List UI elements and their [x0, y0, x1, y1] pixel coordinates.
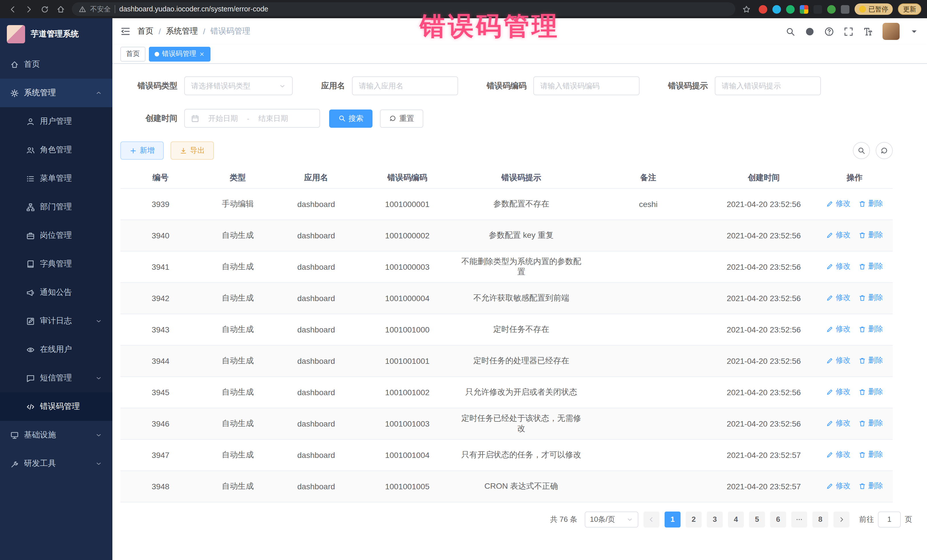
- cell-actions: 修改删除: [816, 282, 893, 314]
- edit-link[interactable]: 修改: [826, 324, 851, 334]
- cell-created: 2021-04-20 23:52:56: [711, 314, 816, 345]
- bookmark-star-button[interactable]: [740, 2, 753, 16]
- extension-icon[interactable]: [758, 5, 767, 14]
- fullscreen-button[interactable]: [844, 27, 853, 36]
- sidebar-item-7[interactable]: 字典管理: [0, 250, 112, 278]
- edit-link[interactable]: 修改: [826, 481, 851, 491]
- cell-app: dashboard: [275, 470, 358, 502]
- search-button[interactable]: 搜索: [329, 109, 372, 127]
- sidebar-item-label: 短信管理: [40, 373, 90, 383]
- refresh-table-button[interactable]: [876, 142, 893, 159]
- sidebar-item-14[interactable]: 研发工具: [0, 449, 112, 478]
- goto-page-input[interactable]: [878, 511, 901, 527]
- edit-link[interactable]: 修改: [826, 293, 851, 303]
- sidebar-item-0[interactable]: 首页: [0, 50, 112, 79]
- forward-button[interactable]: [22, 2, 35, 16]
- question-button[interactable]: [824, 27, 834, 36]
- filter-label: 创建时间: [120, 113, 178, 123]
- delete-link[interactable]: 删除: [859, 230, 883, 240]
- page-button-1[interactable]: 1: [664, 511, 681, 527]
- edit-link[interactable]: 修改: [826, 199, 851, 209]
- puzzle-extensions-icon[interactable]: [840, 5, 849, 14]
- trash-icon: [859, 420, 866, 427]
- user-avatar[interactable]: [883, 23, 900, 40]
- sidebar-item-6[interactable]: 岗位管理: [0, 221, 112, 250]
- cell-message: 只允许修改为开启或者关闭状态: [457, 376, 585, 408]
- breadcrumb-item[interactable]: 首页: [137, 26, 153, 36]
- delete-link[interactable]: 删除: [859, 261, 883, 272]
- paused-badge[interactable]: 已暂停: [854, 3, 893, 15]
- edit-link[interactable]: 修改: [826, 450, 851, 460]
- extension-icon[interactable]: [786, 5, 794, 14]
- delete-link[interactable]: 删除: [859, 199, 883, 209]
- home-button[interactable]: [54, 2, 67, 16]
- next-page-button[interactable]: [833, 511, 849, 527]
- sidebar-item-10[interactable]: 在线用户: [0, 335, 112, 364]
- update-button[interactable]: 更新: [898, 3, 921, 15]
- filter-input[interactable]: [352, 76, 458, 95]
- page-button-3[interactable]: 3: [707, 511, 723, 527]
- cell-type: 自动生成: [201, 439, 275, 470]
- sidebar-item-1[interactable]: 系统管理: [0, 79, 112, 107]
- edit-link[interactable]: 修改: [826, 387, 851, 397]
- delete-link[interactable]: 删除: [859, 387, 883, 397]
- breadcrumb-item[interactable]: 系统管理: [166, 26, 198, 36]
- delete-link[interactable]: 删除: [859, 481, 883, 491]
- sidebar-item-9[interactable]: 审计日志: [0, 307, 112, 335]
- page-button-4[interactable]: 4: [728, 511, 744, 527]
- back-button[interactable]: [6, 2, 20, 16]
- search-button[interactable]: [786, 27, 795, 36]
- delete-link[interactable]: 删除: [859, 293, 883, 303]
- sidebar-item-8[interactable]: 通知公告: [0, 278, 112, 307]
- page-button-6[interactable]: 6: [770, 511, 786, 527]
- github-button[interactable]: [805, 27, 815, 36]
- filter-input-field[interactable]: [722, 82, 814, 90]
- extension-icon[interactable]: [813, 5, 822, 14]
- date-start-field[interactable]: [202, 114, 243, 123]
- sidebar-item-12[interactable]: 错误码管理: [0, 392, 112, 421]
- more-pages-button[interactable]: [791, 511, 807, 527]
- add-button[interactable]: 新增: [120, 141, 164, 160]
- sidebar-item-label: 用户管理: [40, 116, 102, 127]
- date-range-input[interactable]: -: [184, 109, 320, 128]
- extension-icon[interactable]: [772, 5, 781, 14]
- sidebar-item-2[interactable]: 用户管理: [0, 107, 112, 136]
- reset-button[interactable]: 重置: [380, 109, 423, 127]
- edit-link[interactable]: 修改: [826, 261, 851, 272]
- edit-link[interactable]: 修改: [826, 355, 851, 366]
- sidebar-item-4[interactable]: 菜单管理: [0, 164, 112, 193]
- sidebar-item-13[interactable]: 基础设施: [0, 421, 112, 449]
- edit-link[interactable]: 修改: [826, 230, 851, 240]
- tab-1[interactable]: 错误码管理: [149, 47, 211, 61]
- page-button-2[interactable]: 2: [686, 511, 702, 527]
- address-bar[interactable]: 不安全 dashboard.yudao.iocoder.cn/system/er…: [72, 2, 735, 16]
- date-end-field[interactable]: [253, 114, 294, 123]
- infra-icon: [10, 431, 19, 439]
- delete-link[interactable]: 删除: [859, 450, 883, 460]
- filter-input-field[interactable]: [359, 82, 451, 90]
- tab-0[interactable]: 首页: [120, 47, 146, 61]
- extension-icon[interactable]: [827, 5, 836, 14]
- filter-input-field[interactable]: [540, 82, 633, 90]
- sidebar-item-11[interactable]: 短信管理: [0, 364, 112, 392]
- avatar-menu-button[interactable]: [909, 27, 919, 36]
- delete-link[interactable]: 删除: [859, 418, 883, 428]
- export-button[interactable]: 导出: [170, 141, 214, 160]
- delete-link[interactable]: 删除: [859, 324, 883, 334]
- fontsize-button[interactable]: [863, 27, 873, 36]
- collapse-menu-button[interactable]: [120, 26, 131, 36]
- edit-link[interactable]: 修改: [826, 418, 851, 428]
- page-button-8[interactable]: 8: [812, 511, 828, 527]
- reload-button[interactable]: [38, 2, 51, 16]
- filter-input[interactable]: [533, 76, 640, 95]
- page-size-select[interactable]: 10条/页: [585, 511, 638, 527]
- sidebar-item-5[interactable]: 部门管理: [0, 193, 112, 221]
- filter-input[interactable]: [715, 76, 821, 95]
- sidebar-item-3[interactable]: 角色管理: [0, 136, 112, 164]
- delete-link[interactable]: 删除: [859, 355, 883, 366]
- page-button-5[interactable]: 5: [749, 511, 765, 527]
- toggle-search-button[interactable]: [853, 142, 870, 159]
- filter-select[interactable]: 请选择错误码类型: [184, 76, 293, 95]
- extension-icon[interactable]: [799, 5, 808, 14]
- prev-page-button[interactable]: [643, 511, 660, 527]
